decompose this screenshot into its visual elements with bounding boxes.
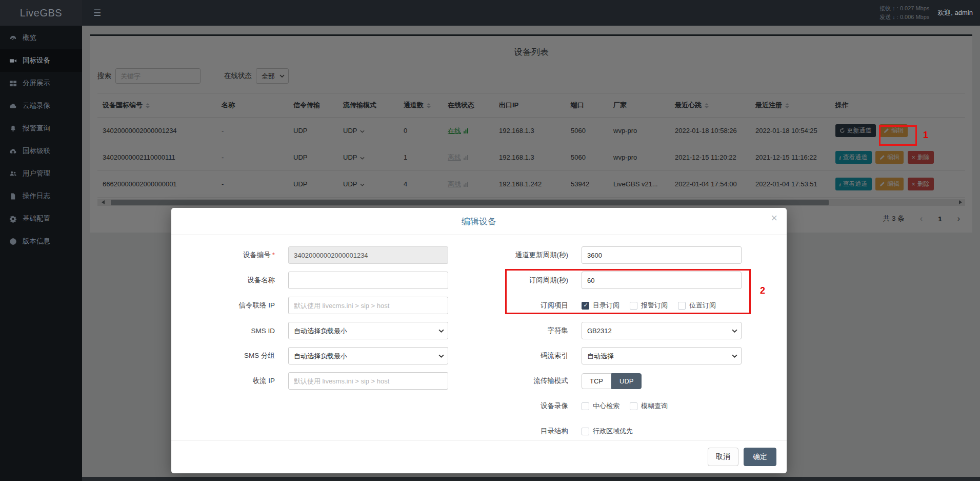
globe-icon xyxy=(9,238,17,245)
udp-option[interactable]: UDP xyxy=(611,373,642,389)
sms-id-select-wrap: 自动选择负载最小 xyxy=(288,322,448,339)
modal-title: 编辑设备 xyxy=(462,217,496,226)
charset-label: 字符集 xyxy=(479,326,582,335)
alarm-subscribe-option[interactable]: 报警订阅 xyxy=(630,301,668,310)
form-right-column: 通道更新周期(秒) 订阅周期(秒) 订阅项目 目录订阅 报警订阅 位置订阅 字符… xyxy=(479,246,772,440)
subscribe-period-label: 订阅周期(秒) xyxy=(479,276,582,285)
upload-arrow-icon: ↑ xyxy=(892,5,895,11)
sidebar-item-gb-devices[interactable]: 国标设备 xyxy=(0,49,82,72)
sidebar-item-operation-log[interactable]: 操作日志 xyxy=(0,185,82,207)
colon: : xyxy=(897,14,898,20)
sidebar-item-split-screen[interactable]: 分屏展示 xyxy=(0,72,82,94)
fuzzy-query-option[interactable]: 模糊查询 xyxy=(630,401,668,411)
sidebar-item-gb-cascade[interactable]: 国标级联 xyxy=(0,140,82,162)
catalog-structure-label: 目录结构 xyxy=(479,427,582,436)
grid-icon xyxy=(9,80,17,87)
sidebar-item-label: 报警查询 xyxy=(23,124,50,133)
position-subscribe-checkbox[interactable] xyxy=(678,302,686,310)
recv-ip-field[interactable] xyxy=(288,372,448,390)
catalog-subscribe-checkbox[interactable] xyxy=(582,302,589,310)
sidebar-item-alarm-query[interactable]: 报警查询 xyxy=(0,117,82,140)
sidebar-item-label: 分屏展示 xyxy=(23,79,50,88)
cloud-icon xyxy=(9,102,17,110)
charset-select-wrap: GB2312 xyxy=(582,322,742,339)
channel-refresh-label: 通道更新周期(秒) xyxy=(479,251,582,260)
recv-ip-label: 收流 IP xyxy=(186,376,288,386)
fuzzy-query-checkbox[interactable] xyxy=(630,402,637,410)
device-name-field[interactable] xyxy=(288,272,448,289)
device-record-label: 设备录像 xyxy=(479,401,582,411)
sidebar-item-label: 国标级联 xyxy=(23,146,50,156)
stream-index-select[interactable]: 自动选择 xyxy=(582,347,742,364)
edit-device-modal: 编辑设备 × 设备编号* 设备名称 信令联络 IP SMS ID 自动选择负载最… xyxy=(171,208,787,473)
user-menu[interactable]: 欢迎, admin xyxy=(937,8,973,17)
stream-index-select-wrap: 自动选择 xyxy=(582,347,742,364)
recv-label: 接收 xyxy=(879,5,891,11)
position-subscribe-option[interactable]: 位置订阅 xyxy=(678,301,716,310)
sidebar-item-label: 国标设备 xyxy=(23,56,50,65)
center-search-option[interactable]: 中心检索 xyxy=(582,401,619,411)
sidebar: LiveGBS 概览 国标设备 分屏展示 云端录像 报警查询 国标级联 用户管理 xyxy=(0,0,82,481)
sms-id-label: SMS ID xyxy=(186,327,288,335)
recv-value: 0.027 Mbps xyxy=(900,5,929,11)
sidebar-item-overview[interactable]: 概览 xyxy=(0,27,82,49)
catalog-subscribe-option[interactable]: 目录订阅 xyxy=(582,301,619,310)
stream-mode-label: 流传输模式 xyxy=(479,376,582,386)
sms-group-select-wrap: 自动选择负载最小 xyxy=(288,347,448,364)
stream-index-label: 码流索引 xyxy=(479,351,582,360)
modal-body: 设备编号* 设备名称 信令联络 IP SMS ID 自动选择负载最小 SMS 分… xyxy=(171,235,787,440)
traffic-stats: 接收 ↑ : 0.027 Mbps 发送 ↓ : 0.006 Mbps xyxy=(879,4,929,22)
tcp-option[interactable]: TCP xyxy=(582,373,611,389)
brand-logo: LiveGBS xyxy=(0,0,82,26)
ok-button[interactable]: 确定 xyxy=(744,448,776,466)
download-arrow-icon: ↓ xyxy=(892,14,895,20)
sidebar-item-label: 用户管理 xyxy=(23,169,50,178)
channel-refresh-field[interactable] xyxy=(582,246,742,264)
device-id-field xyxy=(288,246,448,264)
sms-group-select[interactable]: 自动选择负载最小 xyxy=(288,347,448,364)
admin-region-first-option[interactable]: 行政区域优先 xyxy=(582,427,633,436)
center-search-checkbox[interactable] xyxy=(582,402,589,410)
charset-select[interactable]: GB2312 xyxy=(582,322,742,339)
gauge-icon xyxy=(9,34,17,42)
video-camera-icon xyxy=(9,57,17,65)
contact-ip-label: 信令联络 IP xyxy=(186,301,288,310)
gears-icon xyxy=(9,215,17,223)
stream-mode-toggle: TCP UDP xyxy=(582,373,642,389)
modal-footer: 取消 确定 xyxy=(171,440,787,473)
modal-header: 编辑设备 × xyxy=(171,208,787,235)
sidebar-item-user-management[interactable]: 用户管理 xyxy=(0,162,82,185)
subscribe-period-field[interactable] xyxy=(582,272,742,289)
sidebar-item-version-info[interactable]: 版本信息 xyxy=(0,230,82,253)
sms-group-label: SMS 分组 xyxy=(186,351,288,360)
sms-id-select[interactable]: 自动选择负载最小 xyxy=(288,322,448,339)
close-icon[interactable]: × xyxy=(771,213,777,224)
sidebar-item-cloud-recording[interactable]: 云端录像 xyxy=(0,94,82,117)
sidebar-item-basic-config[interactable]: 基础配置 xyxy=(0,207,82,230)
contact-ip-field[interactable] xyxy=(288,297,448,314)
alarm-subscribe-checkbox[interactable] xyxy=(630,302,637,310)
top-header: ☰ 接收 ↑ : 0.027 Mbps 发送 ↓ : 0.006 Mbps 欢迎… xyxy=(82,0,980,26)
cloud-upload-icon xyxy=(9,147,17,155)
device-name-label: 设备名称 xyxy=(186,276,288,285)
users-icon xyxy=(9,170,17,178)
sidebar-item-label: 概览 xyxy=(23,33,36,43)
sidebar-item-label: 操作日志 xyxy=(23,191,50,201)
send-value: 0.006 Mbps xyxy=(900,14,929,20)
send-label: 发送 xyxy=(879,14,891,20)
form-left-column: 设备编号* 设备名称 信令联络 IP SMS ID 自动选择负载最小 SMS 分… xyxy=(186,246,479,440)
admin-region-first-checkbox[interactable] xyxy=(582,428,589,435)
sidebar-item-label: 版本信息 xyxy=(23,237,50,246)
bell-icon xyxy=(9,125,17,132)
colon: : xyxy=(897,5,898,11)
required-mark: * xyxy=(272,251,275,259)
device-id-label: 设备编号* xyxy=(186,251,288,260)
menu-toggle-icon[interactable]: ☰ xyxy=(82,8,112,18)
subscribe-items-label: 订阅项目 xyxy=(479,301,582,310)
sidebar-item-label: 基础配置 xyxy=(23,214,50,223)
cancel-button[interactable]: 取消 xyxy=(708,448,738,466)
file-icon xyxy=(9,193,17,200)
sidebar-item-label: 云端录像 xyxy=(23,101,50,110)
